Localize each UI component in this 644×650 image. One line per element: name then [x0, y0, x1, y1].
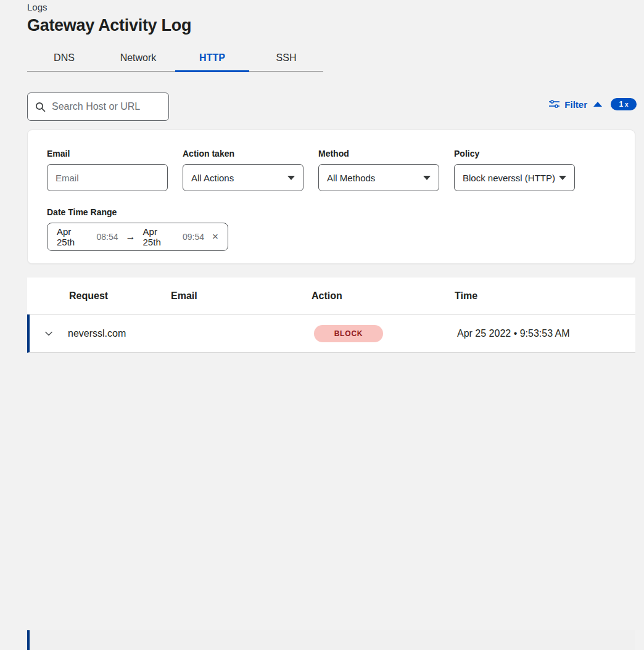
action-taken-value: All Actions — [191, 173, 234, 183]
range-end-date: Apr 25th — [143, 226, 177, 247]
date-time-range-label: Date Time Range — [47, 207, 616, 217]
range-arrow-icon: → — [126, 231, 136, 242]
col-header-time: Time — [455, 290, 635, 302]
method-select[interactable]: All Methods — [318, 164, 439, 191]
method-label: Method — [318, 149, 439, 158]
tab-bar: DNS Network HTTP SSH — [27, 46, 323, 72]
breadcrumb: Logs — [27, 2, 47, 12]
caret-up-icon — [593, 102, 602, 107]
chevron-down-icon — [559, 176, 566, 180]
filter-field-method: Method All Methods — [318, 149, 439, 191]
action-taken-select[interactable]: All Actions — [183, 164, 303, 191]
row-expand-chevron-icon[interactable] — [44, 329, 54, 339]
tab-http[interactable]: HTTP — [175, 46, 249, 72]
email-label: Email — [47, 149, 168, 158]
tab-network[interactable]: Network — [101, 46, 175, 72]
filter-clear-x: x — [625, 101, 629, 108]
row-request-value: neverssl.com — [68, 328, 126, 339]
range-clear-icon[interactable]: × — [212, 231, 218, 243]
email-field[interactable]: Email — [47, 164, 168, 191]
date-time-range-picker[interactable]: Apr 25th 08:54 → Apr 25th 09:54 × — [47, 223, 228, 251]
row-expanded-details: Policy name Block neverssl (HTTP) Policy… — [27, 630, 635, 650]
range-end-time: 09:54 — [183, 232, 204, 242]
policy-value: Block neverssl (HTTP) — [463, 173, 555, 183]
filter-field-email: Email Email — [47, 149, 168, 191]
range-start-time: 08:54 — [96, 232, 118, 242]
action-taken-label: Action taken — [183, 149, 303, 158]
action-block-badge: BLOCK — [314, 325, 383, 342]
policy-label: Policy — [454, 149, 575, 158]
filter-toggle-button[interactable]: Filter 1 x — [549, 98, 637, 110]
email-placeholder: Email — [56, 173, 79, 183]
filter-label: Filter — [564, 99, 587, 110]
tab-dns[interactable]: DNS — [27, 46, 101, 72]
filter-count-badge[interactable]: 1 x — [611, 98, 637, 110]
table-row[interactable]: neverssl.com BLOCK Apr 25 2022 • 9:53:53… — [27, 315, 635, 353]
tab-ssh[interactable]: SSH — [249, 46, 323, 72]
chevron-down-icon — [287, 176, 295, 180]
page-title: Gateway Activity Log — [27, 16, 191, 35]
filter-panel: Email Email Action taken All Actions Met… — [27, 130, 635, 264]
col-header-action: Action — [312, 290, 455, 302]
col-header-email: Email — [171, 290, 312, 302]
filter-field-action-taken: Action taken All Actions — [183, 149, 303, 191]
col-header-request: Request — [27, 290, 171, 302]
chevron-down-icon — [423, 176, 431, 180]
policy-select[interactable]: Block neverssl (HTTP) — [454, 164, 575, 191]
filter-field-policy: Policy Block neverssl (HTTP) — [454, 149, 575, 191]
gateway-activity-log-page: Logs Gateway Activity Log DNS Network HT… — [0, 0, 644, 650]
method-value: All Methods — [327, 173, 375, 183]
search-icon — [35, 102, 46, 112]
filter-sliders-icon — [549, 100, 559, 109]
row-time-value: Apr 25 2022 • 9:53:53 AM — [457, 328, 570, 339]
range-start-date: Apr 25th — [57, 226, 91, 247]
activity-table: Request Email Action Time neverssl.com B… — [27, 278, 635, 650]
table-header: Request Email Action Time — [27, 278, 635, 315]
search-input[interactable]: Search Host or URL — [27, 93, 169, 121]
search-placeholder: Search Host or URL — [52, 101, 140, 112]
filter-count: 1 — [619, 100, 623, 109]
